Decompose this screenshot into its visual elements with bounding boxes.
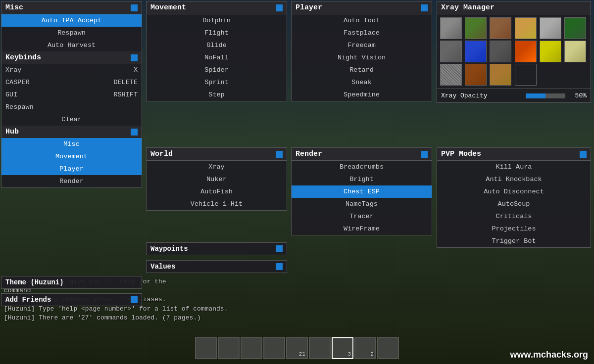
render-breadcrumbs[interactable]: Breadcrumbs <box>292 161 432 173</box>
movement-sprint[interactable]: Sprint <box>147 76 287 89</box>
xray-block-cobble[interactable] <box>440 64 462 86</box>
misc-respawn[interactable]: Respawn <box>1 27 142 39</box>
hotbar-slot-9[interactable] <box>377 337 399 359</box>
misc-panel-indicator <box>131 4 138 11</box>
player-auto-tool[interactable]: Auto Tool <box>292 14 432 27</box>
hub-render[interactable]: Render <box>1 175 142 187</box>
movement-nofall[interactable]: NoFall <box>147 51 287 64</box>
pvp-panel-indicator <box>580 151 587 158</box>
keybind-casper[interactable]: CASPER DELETE <box>1 76 142 89</box>
xray-block-wood2[interactable] <box>490 64 511 86</box>
hotbar-slot-5[interactable]: 21 <box>286 337 308 359</box>
pvp-criticals[interactable]: Criticals <box>437 210 591 223</box>
xray-block-sandstone[interactable] <box>564 41 586 62</box>
hotbar-slot-3[interactable] <box>241 337 262 359</box>
movement-flight[interactable]: Flight <box>147 27 287 39</box>
theme-panel: Theme (Huzuni) <box>1 276 142 289</box>
xray-panel-title: Xray Manager <box>441 3 495 12</box>
hotbar-slot-6[interactable] <box>309 337 331 359</box>
movement-panel-title: Movement <box>150 3 186 12</box>
waypoints-title: Waypoints <box>150 245 188 253</box>
hotbar-slot-2[interactable] <box>218 337 240 359</box>
xray-block-dirt[interactable] <box>490 17 511 39</box>
xray-block-wood1[interactable] <box>465 64 487 86</box>
add-friends-header: Add Friends <box>1 294 142 306</box>
xray-block-yellow[interactable] <box>540 41 561 62</box>
keybind-gui[interactable]: GUI RSHIFT <box>1 89 142 101</box>
misc-panel-header: Misc <box>1 1 142 14</box>
movement-spider[interactable]: Spider <box>147 64 287 76</box>
hotbar-slot-8[interactable]: 2 <box>354 337 376 359</box>
keybind-respawn[interactable]: Respawn <box>1 101 142 113</box>
player-speedmine[interactable]: Speedmine <box>292 89 432 101</box>
player-panel: Player Auto Tool Fastplace Freecam Night… <box>291 1 432 101</box>
movement-panel-indicator <box>276 4 283 11</box>
misc-clear-button[interactable]: Clear <box>1 113 142 126</box>
waypoints-panel: Waypoints <box>146 242 287 255</box>
movement-glide[interactable]: Glide <box>147 39 287 51</box>
keybind-casper-key: DELETE <box>113 79 138 86</box>
render-nametags[interactable]: NameTags <box>292 198 432 210</box>
pvp-panel-header: PVP Modes <box>437 148 591 161</box>
add-friends-panel: Add Friends <box>1 293 142 306</box>
hub-misc[interactable]: Misc <box>1 138 142 150</box>
xray-block-lava[interactable] <box>515 41 537 62</box>
keybind-xray-label: Xray <box>5 66 21 74</box>
world-xray[interactable]: Xray <box>147 161 287 173</box>
hotbar-slot-7[interactable]: 3 <box>332 337 353 359</box>
pvp-autosoup[interactable]: AutoSoup <box>437 198 591 210</box>
hotbar-slot-4[interactable] <box>263 337 285 359</box>
xray-block-grid <box>437 14 591 89</box>
xray-opacity-label: Xray Opacity <box>441 92 522 99</box>
movement-dolphin[interactable]: Dolphin <box>147 14 287 27</box>
keybind-respawn-label: Respawn <box>5 103 34 111</box>
movement-panel: Movement Dolphin Flight Glide NoFall Spi… <box>146 1 287 101</box>
pvp-panel-title: PVP Modes <box>441 150 481 158</box>
render-bright[interactable]: Bright <box>292 173 432 185</box>
player-sneak[interactable]: Sneak <box>292 76 432 89</box>
values-header: Values <box>147 261 287 273</box>
pvp-projectiles[interactable]: Projectiles <box>437 223 591 235</box>
misc-auto-tpa-accept[interactable]: Auto TPA Accept <box>1 14 142 27</box>
theme-panel-header: Theme (Huzuni) <box>1 276 142 288</box>
xray-opacity-bar[interactable] <box>526 93 565 98</box>
player-freecam[interactable]: Freecam <box>292 39 432 51</box>
xray-block-grass2[interactable] <box>515 64 537 86</box>
xray-block-water[interactable] <box>465 41 487 62</box>
movement-step[interactable]: Step <box>147 89 287 101</box>
keybind-xray-key: X <box>134 66 138 74</box>
xray-block-grass[interactable] <box>465 17 487 39</box>
pvp-anti-knockback[interactable]: Anti Knockback <box>437 173 591 185</box>
world-nuker[interactable]: Nuker <box>147 173 287 185</box>
hub-movement[interactable]: Movement <box>1 150 142 163</box>
render-wireframe[interactable]: WireFrame <box>292 223 432 235</box>
pvp-trigger-bot[interactable]: Trigger Bot <box>437 235 591 247</box>
player-retard[interactable]: Retard <box>292 64 432 76</box>
misc-panel-title: Misc <box>5 3 23 12</box>
render-tracer[interactable]: Tracer <box>292 210 432 223</box>
keybinds-indicator <box>131 54 138 61</box>
pvp-auto-disconnect[interactable]: Auto Disconnect <box>437 185 591 198</box>
hotbar-slot-1[interactable] <box>195 337 217 359</box>
xray-block-gravel[interactable] <box>540 17 561 39</box>
player-night-vision[interactable]: Night Vision <box>292 51 432 64</box>
xray-block-stone2[interactable] <box>440 41 462 62</box>
waypoints-header: Waypoints <box>147 243 287 255</box>
pvp-kill-aura[interactable]: Kill Aura <box>437 161 591 173</box>
render-panel: Render Breadcrumbs Bright Chest ESP Name… <box>291 147 432 235</box>
player-fastplace[interactable]: Fastplace <box>292 27 432 39</box>
xray-block-coal[interactable] <box>490 41 511 62</box>
hotbar: 21 3 2 <box>195 337 399 359</box>
render-chest-esp[interactable]: Chest ESP <box>292 185 432 198</box>
hub-player[interactable]: Player <box>1 163 142 175</box>
world-vehicle1hit[interactable]: Vehicle 1-Hit <box>147 198 287 210</box>
xray-block-stone[interactable] <box>440 17 462 39</box>
xray-block-leaves[interactable] <box>564 17 586 39</box>
keybind-xray[interactable]: Xray X <box>1 64 142 76</box>
add-friends-title: Add Friends <box>5 296 51 304</box>
xray-block-sand[interactable] <box>515 17 537 39</box>
world-autofish[interactable]: AutoFish <box>147 185 287 198</box>
misc-auto-harvest[interactable]: Auto Harvest <box>1 39 142 51</box>
player-panel-indicator <box>421 4 428 11</box>
pvp-panel: PVP Modes Kill Aura Anti Knockback Auto … <box>437 147 591 248</box>
